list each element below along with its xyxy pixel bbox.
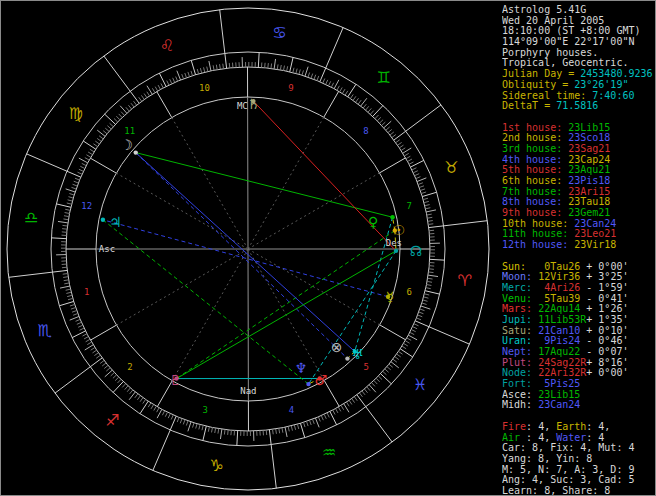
degree-tick <box>315 418 319 427</box>
info-panel: Astrolog 5.41G Wed 20 April 200518:10:00… <box>498 1 656 495</box>
degree-tick <box>305 67 308 76</box>
panel-text: 23Pis18 <box>568 176 610 186</box>
degree-tick <box>121 112 124 116</box>
house-spoke <box>172 117 248 249</box>
degree-tick <box>399 145 403 148</box>
degree-tick <box>412 168 417 170</box>
panel-text: 2453480.9236 <box>580 69 652 79</box>
degree-tick <box>419 186 424 188</box>
degree-tick <box>330 412 337 425</box>
panel-text: 23Lib15 <box>568 123 610 133</box>
degree-tick <box>404 343 408 346</box>
degree-tick <box>425 291 440 294</box>
degree-tick <box>379 120 383 123</box>
degree-tick <box>140 398 143 402</box>
degree-tick <box>139 97 142 101</box>
degree-tick <box>423 300 428 301</box>
panel-text: 3rd house: <box>502 144 568 154</box>
saturn-glyph: ♄ <box>247 96 260 112</box>
degree-tick <box>193 423 194 428</box>
sign-boundary <box>444 221 488 226</box>
panel-text: Ang: 4, Suc: 3, Cad: 5 <box>502 475 634 485</box>
house-number: 2 <box>127 362 132 372</box>
astrolog-window: ♈♉♊♋♌♍♎♏♐♑♒♓123456789101112☉☽☿♀♂♃♄♅♆♇☊⊗A… <box>0 0 656 496</box>
degree-tick <box>105 114 116 124</box>
panel-line: 5th house: 23Aqu21 <box>502 165 656 176</box>
degree-tick <box>428 278 433 279</box>
degree-tick <box>64 283 69 284</box>
degree-tick <box>220 64 221 69</box>
degree-tick <box>68 298 73 299</box>
panel-text: : 4, <box>586 422 610 432</box>
panel-text: Satu: <box>502 326 538 336</box>
panel-line: Moon: 12Vir36 + 3°25' <box>502 272 656 283</box>
degree-tick <box>420 189 425 191</box>
sign-scorpio-glyph: ♏ <box>37 321 51 340</box>
degree-tick <box>282 428 283 433</box>
degree-tick <box>79 169 84 171</box>
panel-text: Mars: <box>502 304 538 314</box>
degree-tick <box>327 413 329 418</box>
sign-boundary <box>429 327 469 344</box>
degree-tick <box>197 69 198 74</box>
aspect-trine-line <box>136 153 393 218</box>
degree-tick <box>99 136 103 139</box>
app-title: Astrolog 5.41G <box>502 5 656 16</box>
degree-tick <box>207 67 208 72</box>
degree-tick <box>62 267 67 268</box>
degree-tick <box>427 281 432 282</box>
panel-text: 22Aqu14 <box>538 304 586 314</box>
degree-tick <box>148 403 151 407</box>
degree-tick <box>213 65 214 70</box>
degree-tick <box>416 177 421 179</box>
degree-tick <box>66 289 71 290</box>
degree-tick <box>323 79 325 84</box>
degree-tick <box>394 131 406 140</box>
degree-tick <box>127 388 130 392</box>
chart-wheel-area: ♈♉♊♋♌♍♎♏♐♑♒♓123456789101112☉☽☿♀♂♃♄♅♆♇☊⊗A… <box>1 1 498 495</box>
degree-tick <box>105 128 109 131</box>
house-spoke <box>172 249 248 381</box>
pluto-glyph: ♇ <box>169 372 182 388</box>
house-number: 11 <box>124 126 135 136</box>
degree-tick <box>368 108 371 112</box>
sign-sagittarius-glyph: ♐ <box>105 411 119 430</box>
panel-text: : 4, <box>526 433 556 443</box>
degree-tick <box>130 390 133 394</box>
degree-tick <box>58 221 68 222</box>
degree-tick <box>212 428 213 433</box>
sign-boundary <box>27 154 67 171</box>
panel-text: DeltaT = <box>502 101 556 111</box>
degree-tick <box>182 74 184 79</box>
degree-tick <box>395 357 399 360</box>
panel-text: 8th house: <box>502 197 568 207</box>
panel-text: 11th house: <box>502 229 574 239</box>
house-number: 3 <box>202 405 207 415</box>
degree-tick <box>422 303 427 304</box>
degree-tick <box>428 224 433 225</box>
degree-tick <box>147 92 150 96</box>
degree-tick <box>176 77 178 82</box>
degree-tick <box>430 259 445 260</box>
panel-line: Wed 20 April 2005 <box>502 16 656 27</box>
degree-tick <box>94 353 98 356</box>
degree-tick <box>67 295 72 296</box>
degree-tick <box>387 367 391 370</box>
degree-tick <box>71 187 76 189</box>
degree-tick <box>203 426 206 441</box>
sign-gemini-glyph: ♊ <box>376 68 390 87</box>
house-cusp <box>90 158 116 173</box>
sign-cancer-glyph: ♋ <box>272 23 286 42</box>
panel-line: Julian Day = 2453480.9236 <box>502 69 656 80</box>
moon-glyph: ☽ <box>120 137 133 153</box>
degree-tick <box>165 412 167 416</box>
panel-text: + 3°25' <box>586 272 628 282</box>
panel-text: 17Aqu22 <box>538 347 586 357</box>
degree-tick <box>337 86 339 90</box>
panel-line: 9th house: 23Gem21 <box>502 208 656 219</box>
degree-tick <box>173 78 175 83</box>
degree-tick <box>154 406 157 410</box>
degree-tick <box>220 429 221 439</box>
degree-tick <box>336 409 338 413</box>
panel-line: Tropical, Geocentric. <box>502 58 656 69</box>
